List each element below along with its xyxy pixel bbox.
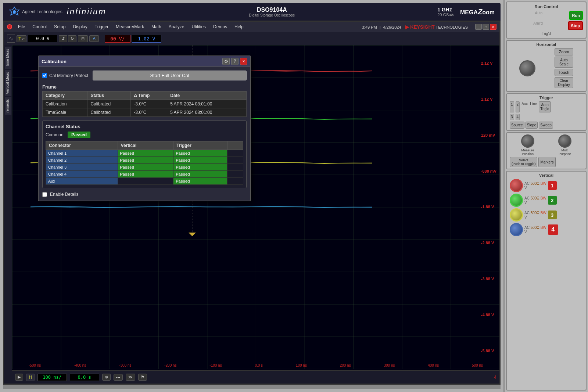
instrument-bottom <box>3 385 501 389</box>
ch1-voltage-display[interactable] <box>105 35 130 43</box>
vertical-meas-tab[interactable]: Vertical Meas <box>5 70 11 96</box>
menu-item-file[interactable]: File <box>17 24 26 30</box>
ch4-badge: 4 <box>548 224 558 235</box>
waveform-icon[interactable]: ∿ <box>7 35 15 43</box>
frame-section: Frame Category Status Δ Temp Date <box>42 84 247 117</box>
measurements-tab[interactable]: rements <box>5 97 11 115</box>
window-minimize-btn[interactable]: _ <box>475 24 482 30</box>
trigger-num-2: 2 <box>516 101 520 112</box>
slope-btn[interactable]: Slope <box>526 122 538 129</box>
time-meas-tab[interactable]: Time Meas <box>5 47 11 69</box>
ch3-knob[interactable] <box>510 208 523 222</box>
source-btn[interactable]: Source <box>510 122 524 129</box>
flag-btn[interactable]: ⚑ <box>138 374 147 381</box>
horizontal-label: H <box>26 374 35 381</box>
frame-col-date: Date <box>167 91 247 100</box>
trigger-aux-label: Aux <box>521 101 528 112</box>
time-label-6: 100 ns <box>296 363 307 367</box>
auto-scale-btn[interactable]: Auto Scale <box>555 57 573 68</box>
cal-settings-btn[interactable]: ⚙ <box>222 58 230 65</box>
ch-row-1: Channel 1 Passed Passed <box>46 150 243 157</box>
menu-item-demos[interactable]: Demos <box>212 24 229 30</box>
cal-title-buttons: ⚙ ? × <box>222 58 247 65</box>
extra-btn[interactable]: ≫ <box>126 374 135 381</box>
ch2-name: Channel 2 <box>46 157 118 164</box>
brand-model-info: DSO9104A Digital Storage Oscilloscope <box>249 7 295 17</box>
voltage-label-5: -2.88 V <box>481 241 496 245</box>
ch-row-3: Channel 3 Passed Passed <box>46 164 243 171</box>
time-label-8: 300 ns <box>384 363 395 367</box>
keysight-tech: TECHNOLOGIES <box>436 25 468 29</box>
ch1-ac-label: AC 500Ω BW <box>524 181 546 186</box>
cal-memory-protect-checkbox[interactable]: Cal Memory Protect <box>42 73 88 78</box>
measure-position-group: MeasurePosition <box>510 134 546 156</box>
multi-purpose-knob[interactable] <box>558 134 571 148</box>
ch-col-vertical: Vertical <box>118 141 173 150</box>
ch4-knob[interactable] <box>510 223 523 236</box>
trigger-title: Trigger <box>510 96 583 100</box>
brand-company: Agilent Technologies <box>22 9 62 14</box>
enable-details-label: Enable Details <box>50 192 78 197</box>
ch1-labels: AC 500Ω BW V <box>524 181 546 190</box>
measure-position-knob[interactable] <box>521 134 534 148</box>
select-btn[interactable]: Select(Push to Toggle) <box>510 157 537 167</box>
menu-item-math[interactable]: Math <box>150 24 163 30</box>
oscilloscope-body: Agilent Technologies infiniium DSO9104A … <box>0 0 503 392</box>
menu-item-help[interactable]: Help <box>233 24 245 30</box>
run-btn[interactable]: Run <box>569 11 583 20</box>
stop-btn[interactable]: Stop <box>568 21 583 30</box>
autoscale-view-btn[interactable]: A <box>89 35 98 42</box>
zoom-btn-panel[interactable]: Zoom <box>555 48 573 55</box>
menu-item-trigger[interactable]: Trigger <box>93 24 110 30</box>
menu-item-display[interactable]: Display <box>71 24 89 30</box>
common-label: Common: <box>46 132 65 137</box>
ch2-knob[interactable] <box>510 194 523 207</box>
scope-display: 2.12 V 1.12 V 120 mV -880 mV -1.88 V -2.… <box>12 45 499 384</box>
more-btn[interactable]: ••• <box>114 374 123 381</box>
measure-buttons: MeasurePosition MultiPurpose <box>510 134 583 156</box>
menu-item-control[interactable]: Control <box>31 24 48 30</box>
window-close-btn[interactable]: ✕ <box>490 24 496 30</box>
zoom-btn[interactable]: ⊕ <box>102 374 111 381</box>
common-status-row: Common: Passed <box>46 132 243 138</box>
horizontal-knob[interactable] <box>519 60 535 76</box>
view-mode-btn[interactable]: ⊞ <box>78 35 88 42</box>
ch4-name: Channel 4 <box>46 171 118 178</box>
touch-btn[interactable]: Touch <box>555 69 573 76</box>
cal-close-btn[interactable]: × <box>240 58 247 65</box>
undo-btn[interactable]: ↺ <box>59 35 67 42</box>
rc-trigd-label: Trig'd <box>510 32 583 36</box>
window-maximize-btn[interactable]: □ <box>483 24 489 30</box>
clear-display-btn[interactable]: Clear Display <box>555 77 573 88</box>
svg-marker-3 <box>189 233 196 236</box>
cal-help-btn[interactable]: ? <box>231 58 239 65</box>
markers-btn[interactable]: Markers <box>538 157 555 167</box>
ch1-knob[interactable] <box>510 179 523 192</box>
menu-item-measure[interactable]: Measure/Mark <box>114 24 146 30</box>
trigger-voltage-input[interactable] <box>28 35 57 42</box>
menu-item-utilities[interactable]: Utilities <box>190 24 207 30</box>
time-label-4: -100 ns <box>209 363 222 367</box>
ch1-vertical: Passed <box>118 150 173 157</box>
menu-item-analyze[interactable]: Analyze <box>167 24 186 30</box>
cal-top-row: Cal Memory Protect Start Full User Cal <box>42 71 247 80</box>
enable-details-row: Enable Details <box>42 192 247 197</box>
ch2-trigger: Passed <box>173 157 227 164</box>
enable-details-checkbox[interactable] <box>42 192 47 197</box>
brand-model-name: DSO9104A <box>249 7 295 13</box>
run-stop-status-btn[interactable]: ▶ <box>15 374 23 381</box>
ch3-vertical: Passed <box>118 164 173 171</box>
ch3-v-label: V <box>524 215 546 219</box>
redo-btn[interactable]: ↻ <box>68 35 76 42</box>
sweep-btn[interactable]: Sweep <box>539 122 553 129</box>
voltage-label-0: 2.12 V <box>481 61 496 65</box>
start-full-user-cal-btn[interactable]: Start Full User Cal <box>93 71 247 80</box>
ch1-row: AC 500Ω BW V 1 <box>510 179 583 192</box>
cal-titlebar: Calibration ⚙ ? × <box>39 56 250 67</box>
ch-row-2: Channel 2 Passed Passed <box>46 157 243 164</box>
ch3-extra <box>227 164 243 171</box>
menu-item-setup[interactable]: Setup <box>53 24 67 30</box>
app-window: File Control Setup Display Trigger Measu… <box>4 22 499 384</box>
voltage-blue-display[interactable] <box>132 35 161 43</box>
frame-col-status: Status <box>87 91 131 100</box>
